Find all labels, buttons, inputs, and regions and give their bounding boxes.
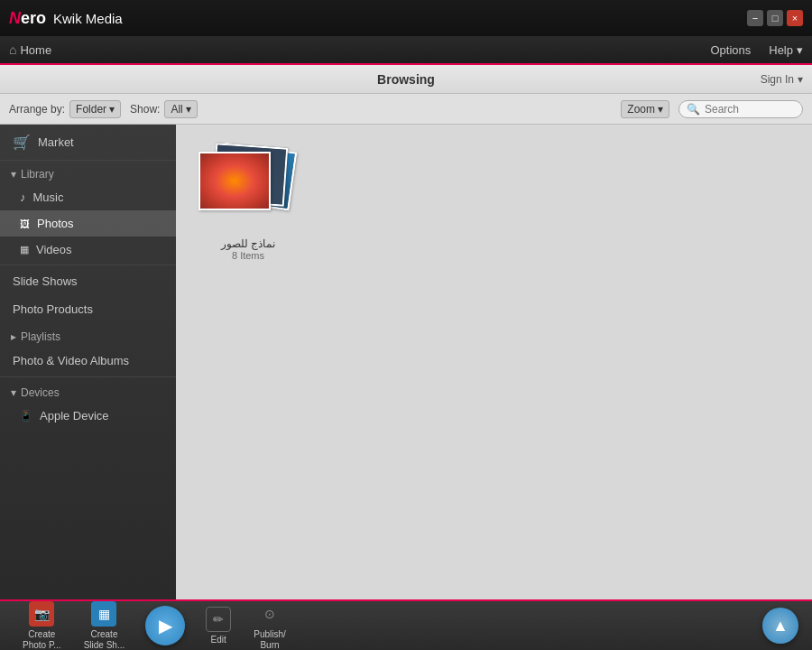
create-photo-label: Create Photo P...: [23, 629, 61, 651]
bottom-right: ▲: [762, 608, 798, 644]
sidebar-item-market[interactable]: 🛒 Market: [0, 125, 176, 161]
arrange-by-group: Arrange by: Folder ▾: [9, 100, 121, 118]
show-chevron-icon: ▾: [186, 103, 191, 116]
apple-device-icon: 📱: [20, 410, 32, 422]
main-layout: 🛒 Market ▾ Library ♪ Music 🖼 Photos ▦ Vi…: [0, 125, 812, 599]
options-menu-item[interactable]: Options: [710, 43, 751, 57]
search-input[interactable]: [705, 103, 795, 116]
stack-front: [198, 152, 271, 210]
sidebar: 🛒 Market ▾ Library ♪ Music 🖼 Photos ▦ Vi…: [0, 125, 176, 599]
create-photo-button[interactable]: 📷 Create Photo P...: [14, 598, 70, 651]
help-menu-item[interactable]: Help ▾: [769, 43, 803, 57]
publish-label: Publish/ Burn: [254, 629, 286, 651]
sidebar-item-videos[interactable]: ▦ Videos: [0, 237, 176, 263]
window-controls[interactable]: − □ ×: [747, 10, 803, 26]
folder-grid: نماذج للصور 8 Items: [194, 143, 794, 261]
sidebar-item-photo-products[interactable]: Photo Products: [0, 295, 176, 323]
devices-collapse-icon: ▾: [11, 386, 16, 399]
sidebar-section-library[interactable]: ▾ Library: [0, 161, 176, 184]
browsing-title: Browsing: [0, 72, 812, 87]
arrange-by-dropdown[interactable]: Folder ▾: [69, 100, 121, 118]
folder-count: 8 Items: [232, 250, 264, 261]
edit-button[interactable]: ✏ Edit: [197, 603, 240, 649]
playlists-expand-icon: ▸: [11, 330, 16, 343]
create-slide-label: Create Slide Sh...: [84, 629, 125, 651]
folder-name: نماذج للصور: [221, 237, 275, 250]
sidebar-item-photo-video-albums[interactable]: Photo & Video Albums: [0, 347, 176, 375]
help-chevron-icon: ▾: [797, 43, 803, 57]
home-icon: ⌂: [9, 42, 16, 57]
sign-in-button[interactable]: Sign In ▾: [761, 73, 803, 86]
flower-image: [200, 153, 269, 209]
folder-stack: [194, 143, 302, 233]
sidebar-section-devices[interactable]: ▾ Devices: [0, 379, 176, 403]
create-photo-icon: 📷: [29, 601, 54, 627]
browsing-header: Browsing Sign In ▾: [0, 65, 812, 94]
photos-icon: 🖼: [20, 218, 30, 229]
sidebar-item-slide-shows[interactable]: Slide Shows: [0, 267, 176, 295]
edit-icon: ✏: [206, 607, 231, 632]
play-icon: ▶: [159, 615, 172, 636]
create-slide-button[interactable]: ▦ Create Slide Sh...: [75, 598, 134, 651]
show-group: Show: All ▾: [130, 100, 198, 118]
search-box[interactable]: 🔍: [678, 100, 803, 118]
maximize-button[interactable]: □: [767, 10, 783, 26]
library-collapse-icon: ▾: [11, 168, 16, 181]
menu-bar: ⌂ Home Options Help ▾: [0, 36, 812, 65]
title-bar: Nero Kwik Media − □ ×: [0, 0, 812, 36]
publish-burn-button[interactable]: ⊙ Publish/ Burn: [245, 598, 295, 651]
edit-label: Edit: [211, 635, 226, 645]
scroll-up-button[interactable]: ▲: [762, 608, 798, 644]
music-icon: ♪: [20, 190, 26, 204]
sidebar-item-music[interactable]: ♪ Music: [0, 184, 176, 210]
content-area: نماذج للصور 8 Items: [176, 125, 812, 599]
sidebar-item-apple-device[interactable]: 📱 Apple Device: [0, 403, 176, 429]
app-name: Kwik Media: [53, 11, 123, 26]
toolbar: Arrange by: Folder ▾ Show: All ▾ Zoom ▾ …: [0, 94, 812, 125]
show-dropdown[interactable]: All ▾: [164, 100, 197, 118]
search-icon: 🔍: [687, 103, 700, 116]
home-menu-item[interactable]: ⌂ Home: [9, 42, 51, 57]
sidebar-item-playlists[interactable]: ▸ Playlists: [0, 323, 176, 347]
sidebar-item-photos[interactable]: 🖼 Photos: [0, 210, 176, 237]
folder-item[interactable]: نماذج للصور 8 Items: [194, 143, 302, 261]
app-logo: Nero: [9, 9, 46, 28]
bottom-actions: 📷 Create Photo P... ▦ Create Slide Sh...…: [14, 598, 295, 651]
videos-icon: ▦: [20, 244, 29, 255]
play-button[interactable]: ▶: [145, 606, 185, 645]
menu-bar-right: Options Help ▾: [710, 43, 803, 57]
market-icon: 🛒: [13, 134, 31, 151]
sign-in-chevron-icon: ▾: [798, 73, 803, 86]
bottom-bar: 📷 Create Photo P... ▦ Create Slide Sh...…: [0, 599, 812, 650]
minimize-button[interactable]: −: [747, 10, 763, 26]
zoom-dropdown[interactable]: Zoom ▾: [621, 100, 669, 118]
publish-icon: ⊙: [257, 601, 282, 627]
app-branding: Nero Kwik Media: [9, 9, 123, 28]
up-arrow-icon: ▲: [772, 617, 789, 636]
create-slide-icon: ▦: [91, 601, 116, 627]
arrange-chevron-icon: ▾: [109, 103, 115, 116]
close-button[interactable]: ×: [787, 10, 803, 26]
zoom-chevron-icon: ▾: [658, 103, 663, 116]
